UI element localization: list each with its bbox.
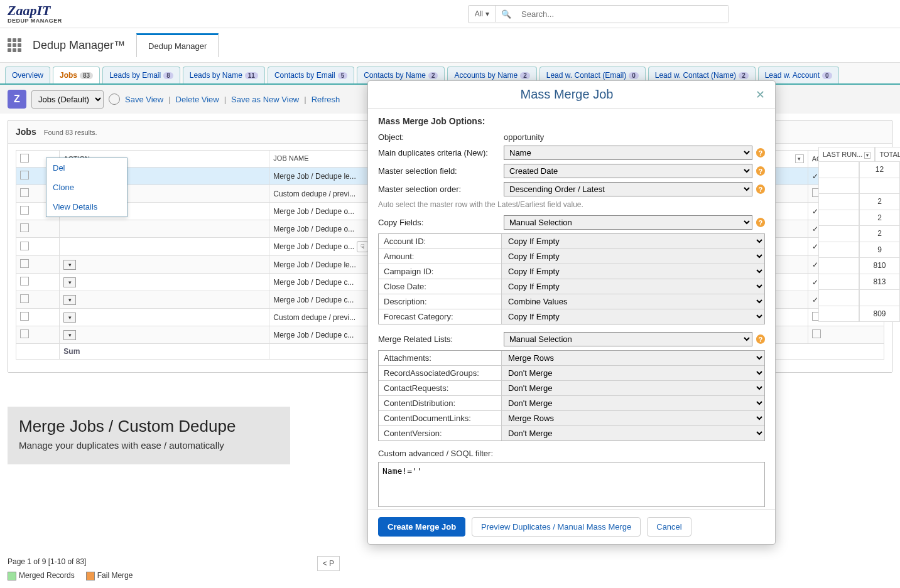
help-icon[interactable]: ? [756, 184, 765, 194]
row-action-dropdown[interactable]: ▾ [63, 313, 76, 323]
row-checkbox[interactable] [20, 223, 29, 232]
copy-fields-select[interactable]: Manual Selection [504, 215, 752, 230]
search-input[interactable] [515, 6, 729, 23]
app-bar: Dedup Manager™ Dedup Manager [0, 28, 900, 63]
related-list-row: Attachments:Merge Rows [379, 351, 764, 366]
row-checkbox[interactable] [20, 188, 29, 197]
total-cell [859, 290, 900, 306]
master-order-select[interactable]: Descending Order / Latest [504, 182, 752, 196]
copy-field-row: Campaign ID:Copy If Empty [379, 264, 764, 279]
col-last-run[interactable]: LAST RUN... ▾ [818, 147, 875, 162]
row-action-dropdown[interactable]: ▾ [63, 330, 76, 340]
delete-view-link[interactable]: Delete View [176, 95, 219, 104]
related-label: RecordAssociatedGroups: [379, 366, 502, 379]
copy-field-row: Amount:Copy If Empty [379, 249, 764, 264]
copy-field-row: Forecast Category:Copy If Empty [379, 309, 764, 324]
criteria-select[interactable]: Name [504, 146, 752, 160]
row-action-menu: Del Clone View Details [46, 158, 127, 217]
sum-row-label: Sum [60, 344, 269, 360]
row-action-dropdown[interactable]: ▾ [63, 277, 76, 287]
total-cell: 2 [859, 226, 900, 242]
master-field-select[interactable]: Created Date [504, 164, 752, 178]
related-lists-label: Merge Related Lists: [378, 334, 497, 344]
hand-icon[interactable]: ☟ [357, 241, 368, 252]
right-columns: LAST RUN... ▾ TOTAL SCA... 1222298108138… [818, 147, 900, 322]
refresh-link[interactable]: Refresh [312, 95, 340, 104]
field-value-select[interactable]: Copy If Empty [501, 249, 764, 264]
total-cell: 809 [859, 306, 900, 323]
total-cell [859, 178, 900, 195]
master-order-label: Master selection order: [378, 184, 497, 194]
active-cell [808, 326, 884, 344]
col-total-sca[interactable]: TOTAL SCA... [875, 147, 900, 162]
auto-select-note: Auto select the master row with the Late… [378, 200, 765, 209]
action-clone[interactable]: Clone [46, 178, 127, 197]
global-search: All ▾ 🔍 [468, 5, 729, 23]
row-action-dropdown[interactable]: ▾ [63, 295, 76, 305]
copy-fields-label: Copy Fields: [378, 218, 497, 227]
related-value-select[interactable]: Merge Rows [501, 351, 764, 365]
field-value-select[interactable]: Copy If Empty [501, 264, 764, 279]
subtab-jobs[interactable]: Jobs83 [53, 67, 100, 83]
gear-icon[interactable] [109, 94, 120, 105]
subtab-leads-by-name[interactable]: Leads by Name11 [183, 67, 265, 83]
save-as-new-view-link[interactable]: Save as New View [231, 95, 299, 104]
copy-field-row: Description:Combine Values [379, 294, 764, 309]
result-count: Found 83 results. [44, 129, 97, 136]
help-icon[interactable]: ? [756, 148, 765, 158]
brand-subtitle: DEDUP MANAGER [8, 18, 62, 24]
related-list-row: RecordAssociatedGroups:Don't Merge [379, 366, 764, 379]
total-cell: 810 [859, 258, 900, 274]
z-icon: Z [8, 90, 26, 109]
related-value-select[interactable]: Don't Merge [501, 366, 764, 379]
total-cell: 813 [859, 274, 900, 291]
subtab-overview[interactable]: Overview [5, 67, 50, 83]
help-icon[interactable]: ? [756, 218, 765, 227]
search-icon: 🔍 [501, 9, 511, 19]
copy-fields-list[interactable]: Account ID:Copy If EmptyAmount:Copy If E… [378, 233, 765, 324]
row-action-dropdown[interactable]: ▾ [63, 260, 76, 270]
app-tab-dedup-manager[interactable]: Dedup Manager [136, 33, 219, 57]
object-value: opportunity [504, 132, 765, 142]
row-checkbox[interactable] [20, 277, 29, 286]
save-view-link[interactable]: Save View [125, 95, 163, 104]
related-lists-box[interactable]: Attachments:Merge RowsRecordAssociatedGr… [378, 350, 765, 379]
subtab-contacts-by-email[interactable]: Contacts by Email5 [268, 67, 354, 83]
action-del[interactable]: Del [46, 158, 127, 178]
panel-title: Jobs [16, 127, 36, 137]
help-icon[interactable]: ? [756, 334, 765, 344]
field-value-select[interactable]: Copy If Empty [501, 279, 764, 294]
action-view-details[interactable]: View Details [46, 197, 127, 216]
close-icon[interactable]: ✕ [756, 88, 765, 102]
search-scope-dropdown[interactable]: All ▾ [469, 6, 496, 22]
field-label: Forecast Category: [379, 309, 502, 324]
modal-options-heading: Mass Merge Job Options: [378, 116, 765, 126]
row-checkbox[interactable] [20, 329, 29, 338]
total-cell: 2 [859, 210, 900, 227]
subtab-leads-by-email[interactable]: Leads by Email8 [102, 67, 180, 83]
field-label: Description: [379, 294, 502, 309]
view-select[interactable]: Jobs (Default) [31, 90, 104, 109]
chevron-down-icon[interactable]: ▾ [795, 154, 804, 163]
help-icon[interactable]: ? [756, 166, 765, 176]
row-checkbox[interactable] [20, 294, 29, 303]
field-value-select[interactable]: Copy If Empty [501, 309, 764, 324]
object-label: Object: [378, 132, 497, 142]
criteria-label: Main duplicates criteria (New): [378, 148, 497, 158]
field-label: Campaign ID: [379, 264, 502, 279]
field-label: Close Date: [379, 279, 502, 294]
app-launcher-icon[interactable] [8, 38, 21, 52]
field-value-select[interactable]: Combine Values [501, 294, 764, 309]
row-checkbox[interactable] [20, 171, 29, 179]
row-checkbox[interactable] [20, 312, 29, 321]
field-value-select[interactable]: Copy If Empty [501, 234, 764, 249]
row-checkbox[interactable] [20, 206, 29, 215]
total-cell: 9 [859, 242, 900, 259]
row-checkbox[interactable] [20, 242, 29, 250]
row-checkbox[interactable] [20, 259, 29, 268]
select-all-checkbox[interactable] [20, 154, 29, 163]
top-bar: ZaapIT DEDUP MANAGER All ▾ 🔍 [0, 0, 900, 28]
brand-name: ZaapIT [8, 4, 62, 18]
related-lists-select[interactable]: Manual Selection [504, 332, 752, 346]
master-field-label: Master selection field: [378, 166, 497, 176]
